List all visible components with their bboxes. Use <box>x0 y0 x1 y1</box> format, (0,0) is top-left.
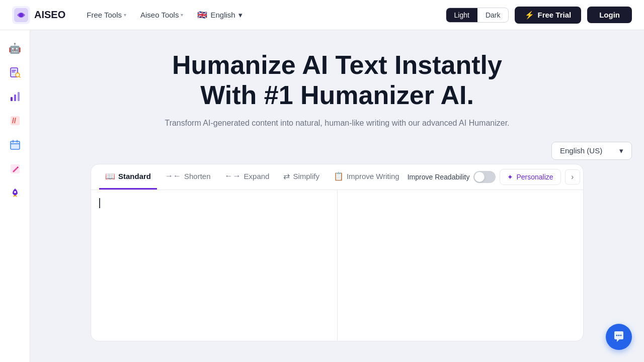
svg-point-19 <box>616 335 618 336</box>
tab-simplify[interactable]: ⇄ Simplify <box>277 164 326 190</box>
book-icon: 📖 <box>105 171 115 181</box>
simplify-icon: ⇄ <box>283 171 290 181</box>
tab-expand[interactable]: ←→ Expand <box>219 164 276 189</box>
login-button[interactable]: Login <box>587 7 632 23</box>
logo-icon <box>12 6 30 24</box>
improve-readability-toggle[interactable] <box>473 171 496 183</box>
language-selector[interactable]: 🇬🇧 English ▾ <box>192 7 247 23</box>
nav-links: Free Tools ▾ Aiseo Tools ▾ 🇬🇧 English ▾ <box>82 7 429 23</box>
improve-writing-icon: 📋 <box>334 171 344 181</box>
language-dropdown-wrapper: English (US) ▾ <box>139 142 632 160</box>
logo-text: AISEO <box>34 9 65 21</box>
theme-toggle: Light Dark <box>446 8 509 23</box>
logo[interactable]: AISEO <box>12 6 65 24</box>
right-editor-pane[interactable] <box>338 190 584 341</box>
dark-theme-button[interactable]: Dark <box>477 8 509 22</box>
sidebar-item-slash[interactable]: // <box>5 111 25 131</box>
main-content: Humanize AI Text Instantly With #1 Human… <box>30 30 644 362</box>
sidebar: 🤖 // <box>0 30 30 362</box>
chat-bubble-button[interactable] <box>606 324 632 350</box>
shorten-icon: →← <box>165 171 181 180</box>
main-layout: 🤖 // <box>0 30 644 362</box>
tabs-bar: 📖 Standard →← Shorten ←→ Expand ⇄ Simpli… <box>91 164 583 190</box>
svg-rect-9 <box>14 95 16 101</box>
tab-shorten[interactable]: →← Shorten <box>159 164 217 189</box>
tab-improve-writing[interactable]: 📋 Improve Writing <box>328 164 406 190</box>
sidebar-item-robot[interactable]: 🤖 <box>5 38 25 58</box>
more-options-button[interactable]: › <box>565 169 580 185</box>
chevron-down-icon: ▾ <box>181 12 183 18</box>
svg-point-21 <box>620 335 622 336</box>
nav-aiseo-tools[interactable]: Aiseo Tools ▾ <box>135 8 188 22</box>
light-theme-button[interactable]: Light <box>446 8 477 22</box>
flag-icon: 🇬🇧 <box>197 10 207 20</box>
nav-right: Light Dark ⚡ Free Trial Login <box>446 7 632 24</box>
tab-standard[interactable]: 📖 Standard <box>99 164 157 190</box>
svg-line-5 <box>19 76 20 77</box>
svg-rect-10 <box>18 92 20 101</box>
star-icon: ✦ <box>507 173 513 181</box>
hero-subtitle: Transform AI-generated content into natu… <box>165 119 509 128</box>
svg-rect-13 <box>11 141 20 149</box>
expand-icon: ←→ <box>225 171 241 180</box>
svg-point-18 <box>14 191 16 193</box>
tabs-right: Improve Readability ✦ Personalize › <box>408 169 580 185</box>
navbar: AISEO Free Tools ▾ Aiseo Tools ▾ 🇬🇧 Engl… <box>0 0 644 30</box>
language-dropdown[interactable]: English (US) ▾ <box>551 142 632 160</box>
svg-point-20 <box>618 335 620 336</box>
sidebar-item-calendar[interactable] <box>5 135 25 155</box>
personalize-button[interactable]: ✦ Personalize <box>500 169 560 185</box>
sidebar-item-rocket[interactable] <box>5 183 25 203</box>
hero-title: Humanize AI Text Instantly With #1 Human… <box>172 50 502 111</box>
improve-readability-label: Improve Readability <box>408 173 470 181</box>
chevron-down-icon: ▾ <box>238 11 243 20</box>
sidebar-item-edit[interactable] <box>5 159 25 179</box>
free-trial-button[interactable]: ⚡ Free Trial <box>515 7 581 24</box>
sidebar-item-chart[interactable] <box>5 86 25 107</box>
bolt-icon: ⚡ <box>525 11 534 20</box>
svg-rect-8 <box>11 97 13 101</box>
nav-free-tools[interactable]: Free Tools ▾ <box>82 8 131 22</box>
text-cursor <box>99 198 100 208</box>
sidebar-item-search-doc[interactable] <box>5 62 25 82</box>
chevron-down-icon: ▾ <box>124 12 126 18</box>
editor-card: 📖 Standard →← Shorten ←→ Expand ⇄ Simpli… <box>91 164 584 341</box>
chat-icon <box>612 330 625 343</box>
chevron-down-icon: ▾ <box>619 146 623 155</box>
svg-point-2 <box>19 13 23 17</box>
svg-text://: // <box>12 117 16 125</box>
left-editor-pane[interactable] <box>91 190 338 341</box>
editor-body <box>91 190 583 341</box>
